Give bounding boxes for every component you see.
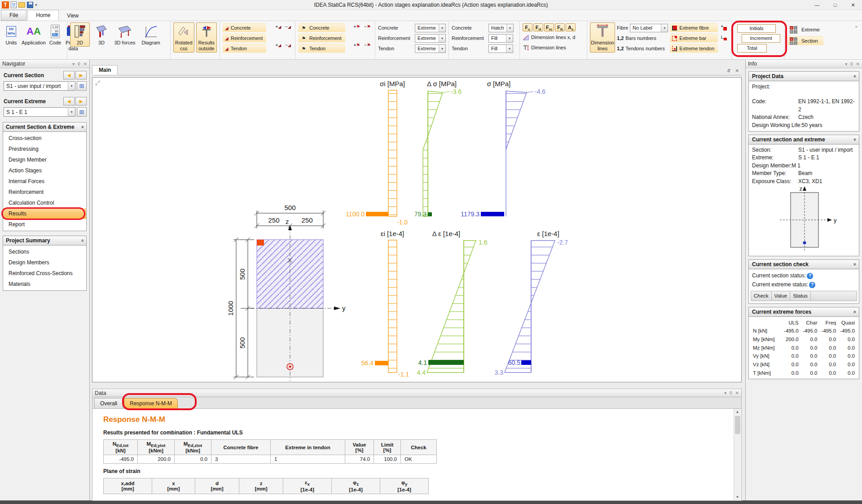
current-section-check-header[interactable]: Current section check » xyxy=(748,259,859,269)
extreme-status-help-icon[interactable]: ? xyxy=(809,282,815,288)
cs-dimension-lines-button[interactable]: Dimension lines xyxy=(590,22,615,53)
stress-tendon-remove-button[interactable]: −⚑ xyxy=(363,42,372,48)
units-button[interactable]: kNMPa Units xyxy=(3,22,20,47)
current-section-extreme-info-header[interactable]: Current section and extreme » xyxy=(748,135,859,145)
strain-remove-button[interactable]: −◢ xyxy=(284,23,292,30)
nav-item-report[interactable]: Report xyxy=(3,219,86,230)
project-summary-header[interactable]: Project Summary » xyxy=(3,236,87,245)
nav-item-action-stages[interactable]: Action Stages xyxy=(3,165,86,176)
increment-button[interactable]: Increment xyxy=(742,34,780,43)
extreme-next-button[interactable]: ▶ xyxy=(75,97,87,105)
collapse-icon[interactable]: » xyxy=(852,311,857,313)
tab-file[interactable]: File xyxy=(1,10,26,21)
ac-button[interactable]: Ac xyxy=(566,23,576,31)
stress-tendon-button[interactable]: ⚑Tendon xyxy=(298,44,345,53)
section-prev-button[interactable]: ◀ xyxy=(63,71,75,79)
navigator-menu-icon[interactable]: ▾ xyxy=(72,61,75,66)
project-data-header[interactable]: Project Data » xyxy=(748,71,859,81)
data-close-icon[interactable]: ✕ xyxy=(735,390,739,395)
view-diagram-button[interactable]: Diagram xyxy=(138,22,163,47)
bars-numbers-button[interactable]: 1,2Bars numbers xyxy=(617,34,668,43)
scroll-up-icon[interactable]: ▲ xyxy=(736,410,739,414)
strain-reinforcement-button[interactable]: ◢Reinforcement xyxy=(223,34,266,43)
section-status-help-icon[interactable]: ? xyxy=(807,273,813,279)
collapse-icon[interactable]: » xyxy=(852,263,857,266)
collapse-icon[interactable]: » xyxy=(852,138,857,141)
results-outside-button[interactable]: Results outside xyxy=(196,22,217,53)
ribbon-collapse-icon[interactable]: ⌄ xyxy=(854,23,858,29)
tab-main[interactable]: Main xyxy=(92,65,118,75)
calc-extreme-button[interactable]: +−×÷ Extreme xyxy=(787,25,823,34)
initials-button[interactable]: Initials xyxy=(737,24,776,33)
nav-item-internal-forces[interactable]: Internal Forces xyxy=(3,176,86,187)
frc-button[interactable]: Frc xyxy=(544,23,554,31)
stress-remove-button[interactable]: −⚑ xyxy=(363,23,372,30)
dimension-lines-button[interactable]: Dimension lines xyxy=(523,43,576,52)
tendons-numbers-button[interactable]: 1,2Tendons numbers xyxy=(617,44,668,53)
calc-section-button[interactable]: +−×÷ Section xyxy=(787,36,823,45)
strain-concrete-button[interactable]: ◢Concrete xyxy=(223,23,266,32)
stress-reinforcement-button[interactable]: ⚑Reinforcement xyxy=(298,34,345,43)
rg-concrete-select[interactable]: Hatch▾ xyxy=(488,24,514,32)
stress-concrete-button[interactable]: ⚑Concrete xyxy=(298,23,345,32)
add-fibre-label-button[interactable] xyxy=(720,24,729,32)
strain-tendon-button[interactable]: ◢Tendon xyxy=(223,44,266,53)
navigator-pin-icon[interactable]: ⚲ xyxy=(77,61,80,66)
navigator-close-icon[interactable]: ✕ xyxy=(84,61,87,66)
rl-reinforcement-select[interactable]: Extreme▾ xyxy=(415,34,446,43)
strain-add-button[interactable]: +◢ xyxy=(274,23,282,30)
data-pin-icon[interactable]: ⚲ xyxy=(729,390,732,395)
nav-item-design-members[interactable]: Design Members xyxy=(3,257,86,268)
nav-item-reinforced-cross-sections[interactable]: Reinforced Cross-Sections xyxy=(3,268,86,279)
remove-fibre-label-button[interactable] xyxy=(720,34,729,42)
tab-view[interactable]: View xyxy=(59,11,87,21)
extreme-prev-button[interactable]: ◀ xyxy=(63,97,75,105)
tabstrip-close-icon[interactable]: ✕ xyxy=(735,68,739,73)
tab-home[interactable]: Home xyxy=(27,10,59,21)
info-pin-icon[interactable]: ⚲ xyxy=(850,61,853,66)
strain-tendon-add-button[interactable]: +◢ xyxy=(274,42,282,48)
fc-button[interactable]: Fc xyxy=(523,23,532,31)
rg-tendon-select[interactable]: Fill▾ xyxy=(488,44,513,53)
nav-item-sections[interactable]: Sections xyxy=(3,246,86,257)
view-3d-forces-button[interactable]: 3D forces xyxy=(113,22,136,47)
view-2d-button[interactable]: 2D xyxy=(70,22,90,47)
total-button[interactable]: Total xyxy=(737,44,767,53)
data-menu-icon[interactable]: ▾ xyxy=(724,390,726,395)
info-close-icon[interactable]: ✕ xyxy=(856,61,860,66)
rotated-css-button[interactable]: Rotated css xyxy=(173,22,194,53)
application-button[interactable]: AA Application xyxy=(22,22,46,47)
code-button[interactable]: 1,159025.8 Code xyxy=(48,22,63,47)
info-menu-icon[interactable]: ▾ xyxy=(845,61,847,66)
strain-tendon-remove-button[interactable]: −◢ xyxy=(284,42,292,48)
extreme-add-button[interactable]: ⊞ xyxy=(77,107,87,117)
extreme-fibre-button[interactable]: Extreme fibre xyxy=(670,23,718,32)
nav-item-design-member[interactable]: Design Member xyxy=(3,154,86,165)
data-scrollbar[interactable]: ▲ ▼ xyxy=(734,409,741,500)
tabstrip-menu-icon[interactable]: ⇵ xyxy=(727,68,730,73)
current-extreme-select[interactable]: S 1 - E 1 ▾ xyxy=(4,107,75,117)
tab-overall[interactable]: Overall xyxy=(94,398,123,408)
rl-tendon-select[interactable]: Extreme▾ xyxy=(415,44,446,53)
rl-concrete-select[interactable]: Extreme▾ xyxy=(415,24,446,32)
collapse-icon[interactable]: » xyxy=(79,126,85,128)
nav-item-calculation-control[interactable]: Calculation Control xyxy=(3,197,86,208)
nav-item-results[interactable]: Results xyxy=(3,208,86,219)
current-extreme-forces-header[interactable]: Current extreme forces » xyxy=(748,307,859,317)
extreme-bar-button[interactable]: Extreme bar xyxy=(670,34,718,43)
view-3d-button[interactable]: 3D xyxy=(92,22,111,47)
scroll-down-icon[interactable]: ▼ xyxy=(736,495,739,499)
current-section-extreme-header[interactable]: Current Section & Extreme » xyxy=(3,122,87,132)
tab-response-nmm[interactable]: Response N-M-M xyxy=(124,398,178,408)
nav-item-cross-section[interactable]: Cross-section xyxy=(3,133,86,144)
ftt-button[interactable]: Ftt xyxy=(555,23,565,31)
stress-add-button[interactable]: +⚑ xyxy=(352,23,361,30)
extreme-tendon-button[interactable]: Extreme tendon xyxy=(670,44,718,53)
dimension-lines-xd-button[interactable]: Dimension lines x, d xyxy=(523,33,576,42)
nav-item-reinforcement[interactable]: Reinforcement xyxy=(3,187,86,197)
nav-item-prestressing[interactable]: Prestressing xyxy=(3,144,86,154)
current-section-select[interactable]: S1 - user input / import ▾ xyxy=(4,81,75,91)
nav-item-materials[interactable]: Materials xyxy=(3,279,86,289)
scrollbar-thumb[interactable] xyxy=(735,416,740,434)
section-next-button[interactable]: ▶ xyxy=(75,71,87,79)
